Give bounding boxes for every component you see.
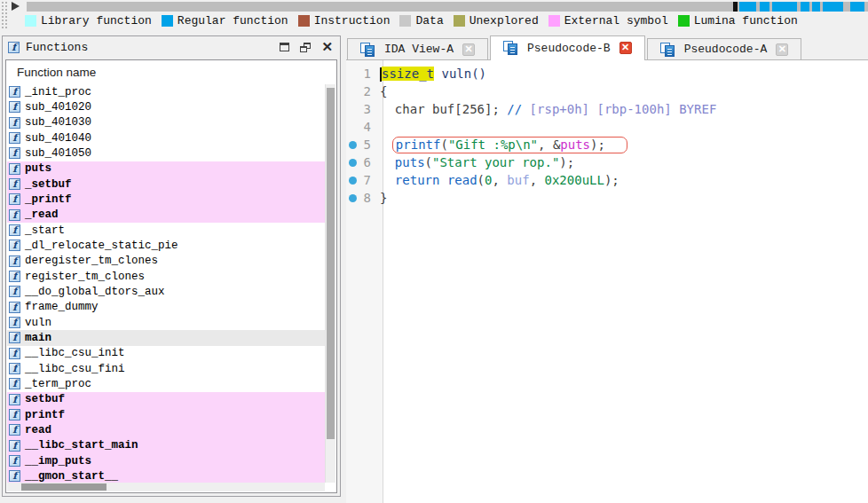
- maximize-icon[interactable]: [280, 43, 289, 51]
- tab-bar: IDA View-A✕Pseudocode-B✕Pseudocode-A✕: [346, 35, 868, 60]
- code-text[interactable]: return read(0, buf, 0x200uLL);: [377, 173, 619, 187]
- function-row[interactable]: fread: [7, 422, 325, 437]
- legend-label: External symbol: [564, 14, 668, 28]
- function-icon: f: [9, 271, 20, 282]
- function-icon: f: [9, 348, 20, 359]
- function-row[interactable]: f_init_proc: [7, 84, 325, 99]
- vertical-scrollbar-thumb[interactable]: [327, 88, 335, 438]
- functions-window: f Functions ✕ Function name f_init_procf…: [2, 35, 341, 497]
- functions-list-panel: Function name f_init_procfsub_401020fsub…: [5, 59, 337, 493]
- function-row[interactable]: fframe_dummy: [7, 300, 325, 315]
- tab-pseudocode-b[interactable]: Pseudocode-B✕: [490, 35, 645, 60]
- function-row[interactable]: f_printf: [7, 192, 325, 207]
- function-icon: f: [9, 394, 20, 405]
- close-icon[interactable]: ✕: [321, 42, 333, 52]
- address-dot-icon[interactable]: [349, 194, 357, 202]
- navband-arrow-icon[interactable]: [12, 2, 20, 11]
- ida-main-window: Library functionRegular functionInstruct…: [0, 0, 868, 503]
- column-header-function-name[interactable]: Function name: [6, 60, 336, 83]
- function-row[interactable]: fprintf: [7, 407, 325, 422]
- address-dot-cell: [346, 177, 359, 185]
- function-row[interactable]: f__gmon_start__: [7, 468, 325, 483]
- function-row[interactable]: fsub_401030: [7, 115, 325, 130]
- function-row[interactable]: f_read: [7, 208, 325, 223]
- address-dot-icon[interactable]: [349, 159, 357, 167]
- function-icon: f: [9, 193, 20, 205]
- navigation-band[interactable]: [27, 2, 868, 12]
- toolbar-drag-handle[interactable]: [1, 1, 7, 29]
- code-line[interactable]: 4: [346, 118, 868, 136]
- navband-segment: [850, 2, 864, 12]
- tab-pseudocode-a[interactable]: Pseudocode-A✕: [647, 38, 802, 59]
- function-icon: f: [9, 424, 20, 436]
- function-row[interactable]: fsub_401020: [7, 99, 325, 114]
- function-row[interactable]: fsub_401050: [7, 145, 325, 161]
- function-row[interactable]: f__libc_csu_fini: [7, 361, 325, 376]
- function-row[interactable]: f_start: [7, 223, 325, 238]
- function-icon: f: [9, 117, 20, 129]
- function-name: _dl_relocate_static_pie: [25, 240, 178, 252]
- function-icon: f: [9, 209, 20, 221]
- code-text[interactable]: puts("Start your rop.");: [377, 155, 574, 169]
- code-token: read: [447, 173, 477, 187]
- code-line[interactable]: 3 char buf[256]; // [rsp+0h] [rbp-100h] …: [346, 100, 868, 118]
- function-row[interactable]: f_dl_relocate_static_pie: [7, 238, 325, 253]
- function-row[interactable]: f__libc_csu_init: [7, 346, 325, 361]
- function-row[interactable]: f__libc_start_main: [7, 438, 325, 453]
- tab-close-icon[interactable]: ✕: [619, 42, 632, 54]
- line-number: 6: [359, 155, 377, 169]
- tab-ida-view-a[interactable]: IDA View-A✕: [347, 38, 488, 59]
- address-dot-icon[interactable]: [349, 177, 357, 185]
- function-name: setbuf: [25, 393, 65, 405]
- code-line[interactable]: 6 puts("Start your rop.");: [346, 153, 868, 171]
- function-row[interactable]: fputs: [7, 161, 325, 177]
- function-name: __libc_csu_fini: [25, 363, 125, 375]
- function-row[interactable]: fsetbuf: [7, 392, 325, 407]
- vertical-scrollbar[interactable]: [325, 84, 335, 483]
- code-line[interactable]: 2{: [346, 83, 868, 100]
- restore-icon[interactable]: [300, 43, 311, 52]
- function-row[interactable]: fderegister_tm_clones: [7, 254, 325, 269]
- navband-segment: [812, 2, 820, 12]
- function-row[interactable]: f_term_proc: [7, 376, 325, 391]
- function-row[interactable]: f_setbuf: [7, 177, 325, 192]
- code-text[interactable]: char buf[256]; // [rsp+0h] [rbp-100h] BY…: [377, 102, 716, 116]
- tab-close-icon[interactable]: ✕: [462, 43, 475, 56]
- legend-swatch: [25, 15, 36, 27]
- code-line[interactable]: 8}: [346, 189, 868, 207]
- function-icon: f: [9, 101, 20, 113]
- function-icon: f: [9, 86, 20, 98]
- function-row[interactable]: fvuln: [7, 315, 325, 330]
- code-text[interactable]: ssize_t vuln(): [377, 67, 486, 82]
- function-name: register_tm_clones: [25, 271, 145, 283]
- code-text[interactable]: }: [377, 191, 387, 205]
- pseudocode-view[interactable]: 1ssize_t vuln()2{3 char buf[256]; // [rs…: [346, 60, 868, 503]
- function-name: __libc_start_main: [25, 439, 138, 452]
- function-icon: f: [9, 455, 20, 467]
- function-row[interactable]: fmain: [7, 330, 325, 345]
- code-text[interactable]: printf("Gift :%p\n", &puts);: [377, 137, 627, 153]
- function-icon: f: [9, 286, 20, 297]
- line-number: 5: [359, 138, 377, 152]
- address-dot-cell: [346, 194, 359, 202]
- functions-window-titlebar[interactable]: f Functions ✕: [3, 36, 340, 58]
- function-row[interactable]: f__do_global_dtors_aux: [7, 284, 325, 299]
- function-icon: f: [9, 132, 20, 144]
- function-row[interactable]: f__imp_puts: [7, 453, 325, 468]
- function-icon: f: [9, 224, 20, 236]
- tab-close-icon[interactable]: ✕: [776, 43, 788, 56]
- code-token: );: [559, 155, 574, 169]
- code-line[interactable]: 5 printf("Gift :%p\n", &puts);: [346, 136, 868, 153]
- code-line[interactable]: 1ssize_t vuln(): [346, 65, 868, 83]
- function-row[interactable]: fregister_tm_clones: [7, 269, 325, 284]
- function-row[interactable]: fsub_401040: [7, 130, 325, 145]
- code-line[interactable]: 7 return read(0, buf, 0x200uLL);: [346, 171, 868, 189]
- code-text[interactable]: {: [377, 84, 387, 98]
- horizontal-scrollbar-thumb[interactable]: [21, 483, 107, 491]
- function-icon: f: [9, 332, 20, 343]
- legend-label: Regular function: [178, 14, 288, 28]
- navband-segment: [733, 2, 738, 12]
- address-dot-icon[interactable]: [349, 141, 357, 149]
- legend-swatch: [454, 15, 465, 27]
- horizontal-scrollbar[interactable]: [7, 483, 325, 491]
